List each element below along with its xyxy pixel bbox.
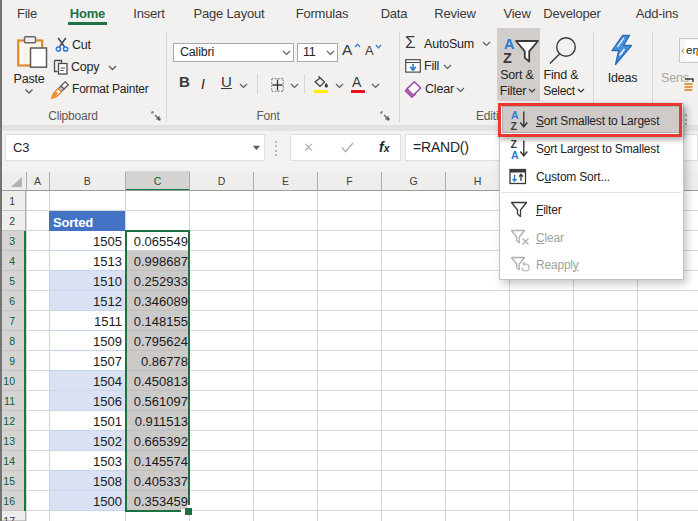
svg-text:A: A bbox=[511, 149, 519, 160]
svg-text:Z: Z bbox=[503, 50, 512, 64]
